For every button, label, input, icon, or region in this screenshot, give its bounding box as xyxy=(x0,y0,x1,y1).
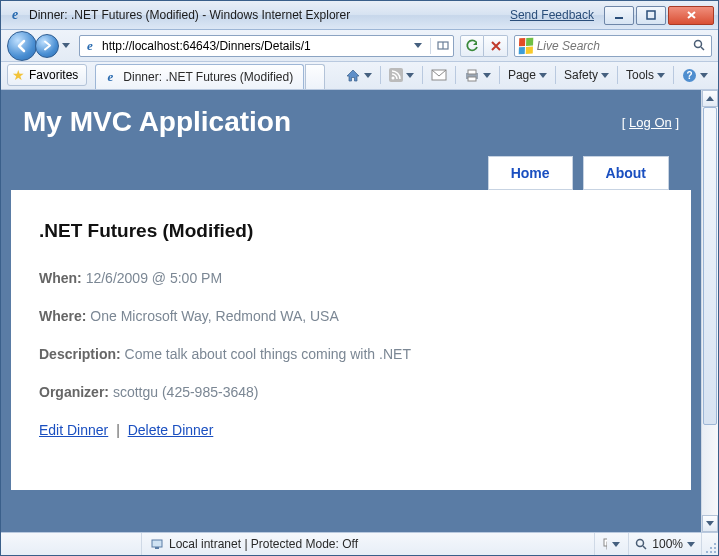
scroll-thumb[interactable] xyxy=(703,107,717,425)
stop-button[interactable] xyxy=(484,35,508,57)
new-tab-button[interactable] xyxy=(305,64,325,89)
page-menu[interactable]: Page xyxy=(504,64,551,86)
page-heading: .NET Futures (Modified) xyxy=(39,220,663,242)
tabs-toolbar: ★ Favorites e Dinner: .NET Futures (Modi… xyxy=(1,62,718,90)
intranet-icon xyxy=(150,537,164,551)
forward-button[interactable] xyxy=(35,34,59,58)
search-go-button[interactable] xyxy=(692,39,707,52)
window-title: Dinner: .NET Futures (Modified) - Window… xyxy=(29,8,350,22)
logon-link[interactable]: Log On xyxy=(629,115,672,130)
titlebar: e Dinner: .NET Futures (Modified) - Wind… xyxy=(1,1,718,30)
svg-rect-1 xyxy=(647,11,655,19)
resize-grip[interactable] xyxy=(701,533,718,555)
status-bar: Local intranet | Protected Mode: Off 100… xyxy=(1,532,718,555)
zoom-control[interactable]: 100% xyxy=(628,533,701,555)
field-when: When: 12/6/2009 @ 5:00 PM xyxy=(39,270,663,286)
back-button[interactable] xyxy=(7,31,37,61)
favorites-button[interactable]: ★ Favorites xyxy=(7,64,87,86)
field-where: Where: One Microsoft Way, Redmond WA, US… xyxy=(39,308,663,324)
page-content: My MVC Application [ Log On ] Home About… xyxy=(1,90,701,532)
star-icon: ★ xyxy=(12,67,25,83)
search-box[interactable] xyxy=(514,35,712,57)
help-button[interactable]: ? xyxy=(678,64,712,86)
edit-dinner-link[interactable]: Edit Dinner xyxy=(39,422,108,438)
page-favicon: e xyxy=(82,38,98,54)
svg-rect-10 xyxy=(468,70,476,74)
svg-point-4 xyxy=(694,41,701,48)
command-bar: Page Safety Tools ? xyxy=(341,64,712,86)
viewport: My MVC Application [ Log On ] Home About… xyxy=(1,90,718,532)
svg-text:?: ? xyxy=(686,70,692,81)
browser-tab[interactable]: e Dinner: .NET Futures (Modified) xyxy=(95,64,304,89)
delete-dinner-link[interactable]: Delete Dinner xyxy=(128,422,214,438)
logon-area: [ Log On ] xyxy=(622,115,679,130)
content-card: .NET Futures (Modified) When: 12/6/2009 … xyxy=(11,190,691,490)
search-input[interactable] xyxy=(537,39,688,53)
svg-point-7 xyxy=(391,77,394,80)
zoom-icon xyxy=(635,538,648,551)
tools-menu[interactable]: Tools xyxy=(622,64,669,86)
zoom-value: 100% xyxy=(652,537,683,551)
safety-menu[interactable]: Safety xyxy=(560,64,613,86)
svg-point-18 xyxy=(637,539,644,546)
address-dropdown[interactable] xyxy=(410,37,426,55)
status-popup[interactable] xyxy=(594,533,628,555)
scroll-up-button[interactable] xyxy=(702,90,718,107)
field-description: Description: Come talk about cool things… xyxy=(39,346,663,362)
feeds-button[interactable] xyxy=(385,64,418,86)
svg-line-19 xyxy=(643,546,646,549)
favorites-label: Favorites xyxy=(29,68,78,82)
svg-rect-14 xyxy=(152,540,162,547)
field-organizer: Organizer: scottgu (425-985-3648) xyxy=(39,384,663,400)
svg-rect-11 xyxy=(468,77,476,81)
navigation-toolbar: e xyxy=(1,30,718,62)
action-links: Edit Dinner | Delete Dinner xyxy=(39,422,663,438)
scroll-down-button[interactable] xyxy=(702,515,718,532)
status-zone: Local intranet | Protected Mode: Off xyxy=(141,533,594,555)
history-dropdown[interactable] xyxy=(59,34,73,58)
vertical-scrollbar[interactable] xyxy=(701,90,718,532)
scroll-track[interactable] xyxy=(702,107,718,515)
ie-favicon: e xyxy=(7,7,23,23)
send-feedback-link[interactable]: Send Feedback xyxy=(510,8,594,22)
close-button[interactable] xyxy=(668,6,714,25)
status-left xyxy=(1,533,141,555)
svg-rect-15 xyxy=(155,547,159,549)
nav-home[interactable]: Home xyxy=(488,156,573,190)
home-button[interactable] xyxy=(341,64,376,86)
tab-title: Dinner: .NET Futures (Modified) xyxy=(123,70,293,84)
site-title: My MVC Application xyxy=(23,106,291,138)
tab-favicon: e xyxy=(102,69,118,85)
maximize-button[interactable] xyxy=(636,6,666,25)
print-button[interactable] xyxy=(460,64,495,86)
refresh-button[interactable] xyxy=(460,35,484,57)
address-bar[interactable]: e xyxy=(79,35,454,57)
url-input[interactable] xyxy=(102,37,406,55)
minimize-button[interactable] xyxy=(604,6,634,25)
compat-view-icon[interactable] xyxy=(435,37,451,55)
svg-line-5 xyxy=(701,47,704,50)
read-mail-button[interactable] xyxy=(427,64,451,86)
browser-window: e Dinner: .NET Futures (Modified) - Wind… xyxy=(0,0,719,556)
nav-about[interactable]: About xyxy=(583,156,669,190)
live-search-icon xyxy=(519,37,533,54)
